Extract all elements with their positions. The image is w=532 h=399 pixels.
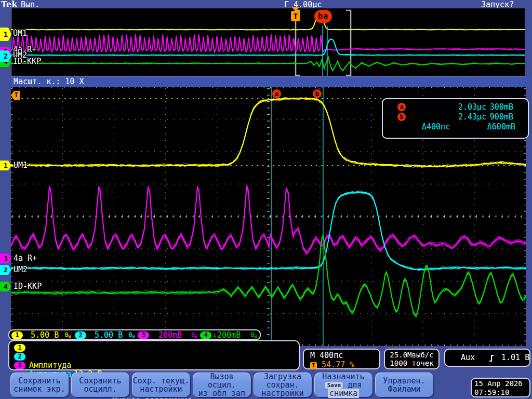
channel2-label: UM2 — [14, 266, 28, 274]
btn-line: осцил. — [193, 381, 251, 389]
cursor-a-badge: a — [397, 103, 406, 111]
btn-line: Назначить — [314, 373, 373, 381]
channel3-marker[interactable]: 3 — [0, 254, 11, 263]
channel1-label: UM1 — [14, 162, 28, 169]
assign-save-button[interactable]: Назначить Save для снимка — [314, 373, 373, 397]
channel4-label: ID-KKP — [14, 283, 42, 290]
btn-line: Сохранить — [71, 377, 129, 385]
btn-line: снимка — [314, 389, 373, 397]
aux-level: 1.01 В — [501, 350, 529, 366]
sample-rate: 25.0Мвыб/с — [385, 351, 438, 359]
btn-line: сохран. — [254, 381, 312, 389]
overview-window — [11, 8, 525, 76]
horizontal-settings-box: M 400пc Т 54.77 % — [303, 349, 380, 369]
rising-edge-icon — [489, 354, 495, 362]
channel3-label: 4a R+ — [14, 255, 37, 262]
measure1-badge: 1 — [14, 344, 25, 352]
measurements-box: 1 Амплитуда 13.2 В 2 Амплитуда 15.2 В 3 … — [8, 340, 300, 370]
channel2-badge[interactable]: 2 — [75, 331, 86, 339]
recall-settings-button[interactable]: Загрузка сохран. настройки — [254, 373, 312, 397]
btn-line-hl: снимка — [328, 389, 359, 398]
btn-line-save: Save для — [314, 381, 373, 389]
cursor-b-badge: b — [397, 113, 406, 121]
time: 07:59:10 — [474, 388, 527, 397]
aux-source: Aux — [461, 350, 475, 366]
overview-channel1-marker[interactable]: 1 — [0, 28, 11, 41]
channel1-scale: 5.00 В — [31, 331, 59, 339]
save-waveform-button[interactable]: Сохранить осцилл. — [71, 373, 129, 397]
date: 15 Апр 2026 — [474, 379, 527, 388]
recall-waveform-button[interactable]: Вызов осцил. из обл зап — [193, 373, 251, 397]
aux-trigger-box: Aux 1.01 В — [444, 349, 530, 367]
btn-line: Сохр. текущ. — [132, 377, 190, 385]
measure3-badge: 3 — [14, 362, 25, 369]
channel1-marker[interactable]: 1 — [0, 161, 11, 170]
btn-line: из обл зап — [193, 389, 251, 397]
btn-line: Вызов — [193, 373, 251, 381]
zoom-scale-label: Масшт. к.: 10 X — [14, 77, 84, 86]
btn-line: осцилл. — [71, 385, 129, 393]
channel4-badge[interactable]: 4 — [200, 331, 211, 339]
channel2-scale: 5.00 В — [95, 331, 123, 339]
btn-line: снимок экр. — [10, 385, 69, 393]
btn-line: Загрузка — [254, 373, 312, 381]
channel3-scale: 200mB — [158, 331, 182, 339]
zoom-scale-bar: Масшт. к.: 10 X — [11, 77, 531, 87]
trigger-position: 54.77 % — [322, 360, 354, 369]
cursor-readout-box: a 2.03μc 300mB b 2.43μc 900mB Δ400пc Δ60… — [382, 98, 529, 139]
datetime-box: 15 Апр 2026 07:59:10 — [471, 378, 530, 397]
btn-line: Управлен. — [375, 377, 433, 385]
cursor-b-volt: 900mB — [490, 112, 513, 122]
channel3-badge[interactable]: 3 — [138, 331, 149, 339]
record-length: 1000 точек — [385, 359, 438, 367]
channel4-marker[interactable]: 4 — [0, 282, 11, 291]
trigger-flag-letter: T — [291, 11, 300, 21]
acquisition-box: 25.0Мвыб/с 1000 точек — [384, 349, 440, 369]
btn-line: Файлами — [375, 385, 433, 393]
overview-channel1-label: UM1 — [13, 30, 27, 37]
trigger-position-flag[interactable]: T — [290, 7, 301, 21]
measure2-badge: 2 — [14, 353, 25, 361]
trigger-icon: Т — [310, 362, 317, 369]
cursor-delta-volt: Δ600mB — [487, 122, 515, 131]
cursor-b-marker[interactable]: b — [313, 89, 322, 98]
channel1-badge[interactable]: 1 — [11, 331, 23, 339]
btn-line: настройки — [132, 385, 190, 393]
cursor-b-time: 2.43μc — [458, 112, 486, 122]
channel4-scale: ↓200mB — [212, 331, 241, 339]
cursor-ab-bubble[interactable]: ba — [314, 10, 332, 23]
cursor-delta-time: Δ400пc — [422, 122, 450, 131]
btn-line: для — [348, 380, 362, 390]
save-badge: Save — [325, 382, 343, 389]
overview-waveforms — [11, 8, 525, 76]
cursor-a-volt: 300mB — [490, 102, 513, 112]
cursor-a-time: 2.03μc — [458, 102, 486, 112]
btn-line: настройки — [254, 389, 312, 397]
save-screen-button[interactable]: Сохранить снимок экр. — [10, 373, 69, 397]
btn-line: Сохранить — [10, 377, 69, 385]
channel2-marker[interactable]: 2 — [0, 265, 11, 275]
save-settings-button[interactable]: Сохр. текущ. настройки — [132, 373, 190, 397]
overview-channel4-label: ID-KKP — [13, 58, 41, 65]
channel-settings-bar: 1 5.00 В BW 2 5.00 В BW 3 200mB BW 4 ↓20… — [8, 329, 261, 340]
main-timebase: M 400пc — [310, 351, 343, 360]
file-utilities-button[interactable]: Управлен. Файлами — [375, 373, 433, 397]
cursor-a-marker[interactable]: a — [272, 89, 281, 98]
